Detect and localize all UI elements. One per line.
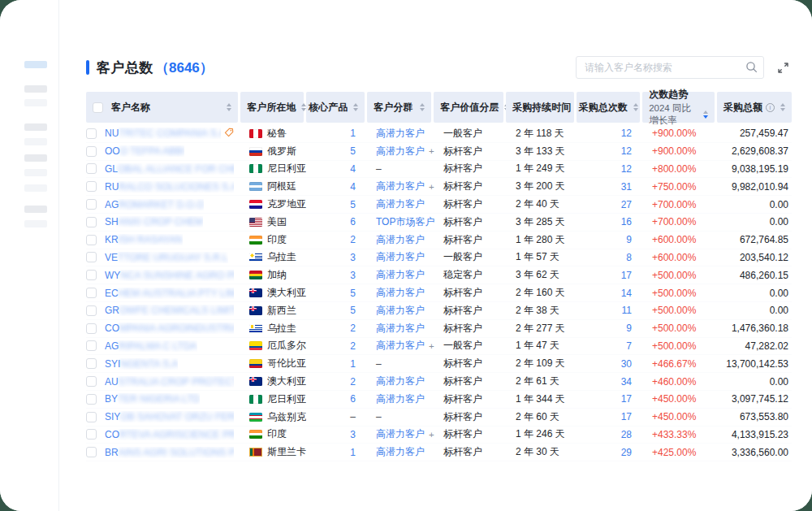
sidebar-skeleton-item[interactable]: [24, 220, 47, 227]
core-products-count[interactable]: 5: [350, 145, 356, 157]
purchase-count[interactable]: 17: [580, 391, 643, 408]
column-header-location[interactable]: 客户所在地: [240, 92, 304, 123]
segment-link[interactable]: 高潜力客户: [376, 145, 425, 158]
customer-name-link[interactable]: AGROMARKET D.O.O: [105, 199, 204, 210]
core-products-count[interactable]: 1: [350, 128, 356, 139]
purchase-count[interactable]: 12: [580, 143, 643, 160]
purchase-count[interactable]: 8: [580, 249, 643, 266]
core-products-count[interactable]: 6: [350, 216, 356, 227]
search-input[interactable]: [576, 56, 764, 79]
row-checkbox[interactable]: [86, 128, 97, 139]
core-products-count[interactable]: 5: [350, 305, 356, 316]
row-checkbox[interactable]: [86, 340, 97, 351]
column-header-segment[interactable]: 客户分群: [367, 92, 431, 123]
customer-name-link[interactable]: CORTEVA AGRISCIENCE PRIVATE ...: [105, 429, 234, 440]
customer-name-link[interactable]: BYTER NIGERIA LTD: [105, 393, 200, 405]
purchase-count[interactable]: 16: [580, 214, 643, 231]
core-products-count[interactable]: 2: [350, 323, 356, 334]
sidebar-skeleton-item[interactable]: [24, 169, 47, 176]
customer-name-link[interactable]: KRISH RASAYAN: [105, 234, 183, 245]
row-checkbox[interactable]: [86, 146, 97, 157]
row-checkbox[interactable]: [86, 412, 97, 422]
purchase-count[interactable]: 9: [580, 320, 643, 337]
core-products-count[interactable]: 6: [350, 393, 356, 405]
segment-link[interactable]: 高潜力客户: [376, 445, 425, 459]
customer-name-link[interactable]: ECHEM AUSTRALIA PTY LIMITED: [105, 288, 234, 299]
row-checkbox[interactable]: [86, 447, 97, 457]
column-header-trend[interactable]: 次数趋势2024 同比增长率: [642, 92, 715, 123]
segment-link[interactable]: 高潜力客户: [376, 286, 425, 300]
purchase-count[interactable]: 14: [580, 284, 643, 301]
customer-name-link[interactable]: GLOBAL ALLIANCE FOR CHEMICA...: [105, 163, 234, 175]
sidebar-skeleton-item[interactable]: [24, 99, 47, 106]
segment-link[interactable]: –: [376, 163, 382, 175]
core-products-count[interactable]: 5: [350, 288, 356, 299]
sidebar-skeleton-item[interactable]: [24, 184, 47, 192]
segment-link[interactable]: 高潜力客户: [376, 322, 425, 336]
customer-name-link[interactable]: OOO TEFPA ABBI: [105, 145, 184, 157]
core-products-count[interactable]: 1: [350, 358, 356, 370]
core-products-count[interactable]: 2: [350, 234, 356, 245]
row-checkbox[interactable]: [86, 305, 97, 316]
core-products-count[interactable]: 4: [350, 163, 356, 175]
column-header-products[interactable]: 核心产品: [306, 92, 365, 123]
purchase-count[interactable]: 11: [580, 302, 643, 319]
customer-name-link[interactable]: NUTRITEC COMPANIA S.A.C: [105, 128, 221, 139]
segment-link[interactable]: 高潜力客户: [376, 197, 425, 211]
purchase-count[interactable]: 28: [580, 427, 643, 444]
purchase-count[interactable]: 7: [580, 338, 643, 355]
segment-link[interactable]: 高潜力客户: [376, 268, 425, 282]
column-header-duration[interactable]: 采购持续时间: [506, 92, 574, 123]
column-header-amount[interactable]: 采购总额i: [717, 92, 792, 123]
column-header-name[interactable]: 客户名称: [86, 92, 238, 123]
segment-link[interactable]: 高潜力客户: [376, 127, 425, 141]
purchase-count[interactable]: 30: [580, 355, 643, 372]
purchase-count[interactable]: 12: [580, 161, 643, 178]
core-products-count[interactable]: –: [350, 411, 356, 422]
row-checkbox[interactable]: [86, 288, 97, 298]
core-products-count[interactable]: 5: [350, 199, 356, 210]
sidebar-skeleton-item[interactable]: [24, 85, 47, 93]
customer-name-link[interactable]: GROWFE CHEMICALS LIMITED: [105, 305, 234, 316]
row-checkbox[interactable]: [86, 199, 97, 210]
core-products-count[interactable]: 4: [350, 181, 356, 193]
purchase-count[interactable]: 27: [580, 196, 643, 213]
purchase-count[interactable]: 12: [580, 125, 643, 142]
purchase-count[interactable]: 17: [580, 409, 643, 426]
customer-name-link[interactable]: RURALCO SOLUCIONES S.A: [105, 181, 234, 193]
row-checkbox[interactable]: [86, 235, 97, 245]
customer-name-link[interactable]: BRAINS AGRI SOLUTIONS PVT LTD: [105, 447, 234, 458]
segment-link[interactable]: 高潜力客户: [376, 233, 425, 247]
info-icon[interactable]: i: [766, 103, 775, 112]
segment-link[interactable]: 高潜力客户: [376, 427, 425, 441]
column-header-count[interactable]: 采购总次数: [577, 92, 640, 123]
customer-name-link[interactable]: SYINGENTA S.A: [105, 358, 178, 370]
customer-name-link[interactable]: SHANXI CROP CHEM: [105, 216, 203, 227]
purchase-count[interactable]: 34: [580, 373, 643, 390]
core-products-count[interactable]: 3: [350, 252, 356, 263]
column-header-tier[interactable]: 客户价值分层: [434, 92, 503, 123]
customer-name-link[interactable]: VETTORE URUGUAY S.R.L: [105, 252, 228, 263]
core-products-count[interactable]: 3: [350, 270, 356, 281]
customer-name-link[interactable]: WYNCA SUNSHINE AGRO PRODU...: [105, 270, 234, 281]
row-checkbox[interactable]: [86, 358, 97, 369]
core-products-count[interactable]: 3: [350, 429, 356, 440]
segment-link[interactable]: –: [376, 411, 382, 422]
segment-link[interactable]: 高潜力客户: [376, 304, 425, 318]
sidebar-skeleton-item[interactable]: [24, 61, 47, 68]
purchase-count[interactable]: 17: [580, 266, 643, 284]
sidebar-skeleton-item[interactable]: [24, 154, 47, 162]
row-checkbox[interactable]: [86, 252, 97, 262]
customer-name-link[interactable]: COMPANIA AGROINDUSTRIALR...: [105, 323, 234, 334]
row-checkbox[interactable]: [86, 376, 97, 387]
segment-link[interactable]: 高潜力客户: [376, 375, 425, 388]
row-checkbox[interactable]: [86, 217, 97, 227]
purchase-count[interactable]: 31: [580, 178, 643, 195]
select-all-checkbox[interactable]: [93, 102, 103, 113]
customer-name-link[interactable]: AGRIPALMA C LTDA: [105, 340, 197, 352]
purchase-count[interactable]: 29: [580, 444, 643, 461]
sidebar-skeleton-item[interactable]: [24, 123, 47, 131]
purchase-count[interactable]: 9: [580, 232, 643, 249]
sidebar-skeleton-item[interactable]: [24, 206, 47, 213]
sidebar-skeleton-item[interactable]: [24, 138, 47, 145]
